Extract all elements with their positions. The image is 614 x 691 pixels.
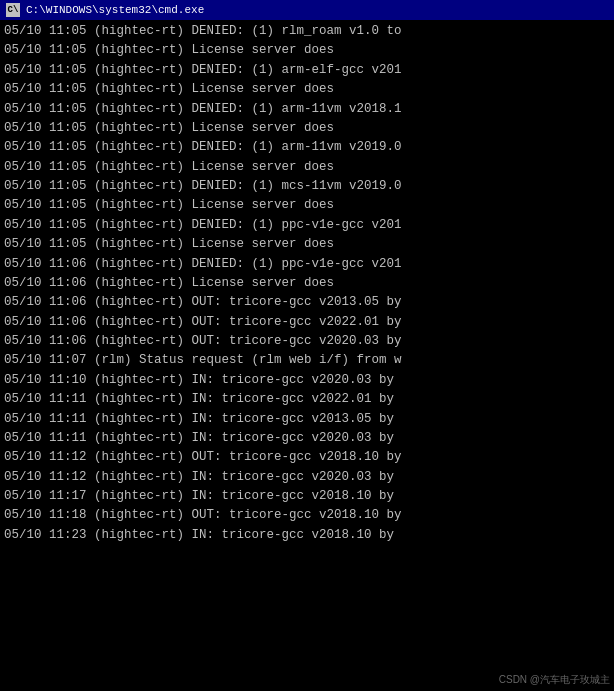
log-line: 05/10 11:05 (hightec-rt) License server … (4, 158, 610, 177)
log-line: 05/10 11:11 (hightec-rt) IN: tricore-gcc… (4, 410, 610, 429)
log-line: 05/10 11:11 (hightec-rt) IN: tricore-gcc… (4, 390, 610, 409)
log-line: 05/10 11:05 (hightec-rt) DENIED: (1) rlm… (4, 22, 610, 41)
log-line: 05/10 11:05 (hightec-rt) License server … (4, 235, 610, 254)
log-line: 05/10 11:12 (hightec-rt) IN: tricore-gcc… (4, 468, 610, 487)
log-line: 05/10 11:06 (hightec-rt) OUT: tricore-gc… (4, 332, 610, 351)
title-bar-icon: C\ (6, 3, 20, 17)
log-line: 05/10 11:06 (hightec-rt) OUT: tricore-gc… (4, 293, 610, 312)
title-bar: C\ C:\WINDOWS\system32\cmd.exe (0, 0, 614, 20)
log-line: 05/10 11:05 (hightec-rt) License server … (4, 119, 610, 138)
log-line: 05/10 11:05 (hightec-rt) DENIED: (1) arm… (4, 138, 610, 157)
log-line: 05/10 11:05 (hightec-rt) DENIED: (1) mcs… (4, 177, 610, 196)
log-line: 05/10 11:05 (hightec-rt) DENIED: (1) arm… (4, 100, 610, 119)
log-line: 05/10 11:05 (hightec-rt) DENIED: (1) arm… (4, 61, 610, 80)
log-line: 05/10 11:10 (hightec-rt) IN: tricore-gcc… (4, 371, 610, 390)
watermark: CSDN @汽车电子玫城主 (499, 673, 610, 687)
log-line: 05/10 11:06 (hightec-rt) OUT: tricore-gc… (4, 313, 610, 332)
log-line: 05/10 11:05 (hightec-rt) License server … (4, 80, 610, 99)
log-line: 05/10 11:06 (hightec-rt) DENIED: (1) ppc… (4, 255, 610, 274)
log-line: 05/10 11:23 (hightec-rt) IN: tricore-gcc… (4, 526, 610, 545)
title-bar-text: C:\WINDOWS\system32\cmd.exe (26, 4, 204, 16)
log-line: 05/10 11:05 (hightec-rt) License server … (4, 41, 610, 60)
log-line: 05/10 11:05 (hightec-rt) DENIED: (1) ppc… (4, 216, 610, 235)
log-line: 05/10 11:07 (rlm) Status request (rlm we… (4, 351, 610, 370)
log-line: 05/10 11:18 (hightec-rt) OUT: tricore-gc… (4, 506, 610, 525)
log-line: 05/10 11:12 (hightec-rt) OUT: tricore-gc… (4, 448, 610, 467)
log-line: 05/10 11:11 (hightec-rt) IN: tricore-gcc… (4, 429, 610, 448)
log-line: 05/10 11:06 (hightec-rt) License server … (4, 274, 610, 293)
terminal[interactable]: 05/10 11:05 (hightec-rt) DENIED: (1) rlm… (0, 20, 614, 691)
log-line: 05/10 11:17 (hightec-rt) IN: tricore-gcc… (4, 487, 610, 506)
log-line: 05/10 11:05 (hightec-rt) License server … (4, 196, 610, 215)
